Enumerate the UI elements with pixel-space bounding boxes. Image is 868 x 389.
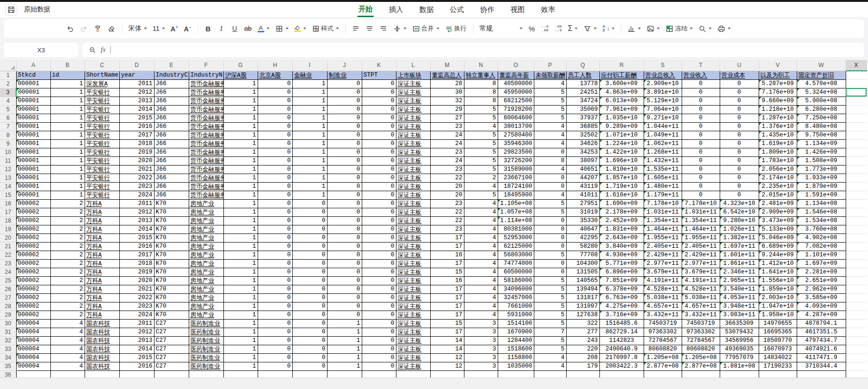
cell[interactable]: 0 [292, 319, 327, 328]
cell[interactable]: C27 [154, 328, 189, 336]
row-header[interactable]: 29 [0, 311, 16, 319]
cell[interactable] [720, 370, 759, 378]
cell[interactable]: 0 [292, 336, 327, 345]
cell[interactable]: K70 [154, 216, 189, 225]
cell[interactable] [189, 370, 223, 378]
cell[interactable]: 000001 [16, 79, 50, 88]
cell[interactable]: 1.134e+08 [797, 199, 846, 208]
cell[interactable]: 国农科技 [85, 319, 119, 328]
cell[interactable]: 深证主板 [396, 105, 430, 114]
save-button[interactable] [5, 4, 17, 16]
cell[interactable]: 0 [327, 311, 362, 319]
cell[interactable]: 4 [464, 122, 498, 131]
cell[interactable]: 0 [720, 182, 759, 191]
vertical-center-button[interactable] [392, 22, 408, 35]
cell[interactable]: 31589000 [498, 165, 534, 174]
column-header-B[interactable]: B [50, 60, 85, 71]
cell[interactable]: 平安银行 [85, 182, 119, 191]
row-header[interactable]: 10 [0, 148, 16, 156]
cell[interactable]: 0 [327, 122, 362, 131]
cell[interactable]: 1 [223, 345, 258, 353]
cell[interactable]: 5 [534, 345, 566, 353]
cell[interactable]: 6.013e+09 [599, 97, 644, 105]
cell[interactable]: 2022 [119, 174, 154, 182]
cell[interactable]: 0 [362, 165, 396, 174]
cell[interactable]: 4 [50, 336, 85, 345]
cell[interactable]: 2011 [119, 199, 154, 208]
cell[interactable]: 4 [464, 182, 498, 191]
fill-color-button[interactable] [293, 22, 308, 35]
cell[interactable]: 0 [327, 139, 362, 148]
cell[interactable]: 深证主板 [396, 114, 430, 122]
row-header[interactable]: 16 [0, 199, 16, 208]
column-header-V[interactable]: V [759, 60, 797, 71]
cell[interactable]: 2014 [119, 345, 154, 353]
cell[interactable]: 1.809e+10 [759, 148, 797, 156]
cell[interactable]: 5.133e+09 [759, 225, 797, 233]
cell[interactable]: 平安银行 [85, 97, 119, 105]
cell[interactable]: 23 [430, 165, 464, 174]
cell[interactable]: 1.224e+10 [599, 139, 644, 148]
cell[interactable]: 2 [50, 225, 85, 233]
cell[interactable]: 77708 [566, 251, 599, 259]
cell[interactable]: 0 [292, 208, 327, 216]
cell[interactable]: 0 [258, 311, 292, 319]
row-header[interactable]: 22 [0, 251, 16, 259]
cell[interactable]: 5 [534, 311, 566, 319]
cell[interactable]: 0 [362, 328, 396, 336]
cell[interactable]: 货币金融服务 [189, 131, 223, 139]
cell[interactable]: 2017 [119, 251, 154, 259]
cell[interactable]: 0 [720, 105, 759, 114]
column-header-H[interactable]: H [258, 60, 292, 71]
cell[interactable]: 0 [258, 328, 292, 336]
cell[interactable]: 2016 [119, 362, 154, 370]
cell[interactable]: 000001 [16, 114, 50, 122]
cell[interactable]: 1.205e+08 [682, 353, 720, 362]
cell[interactable]: 0 [534, 225, 566, 233]
column-header-N[interactable]: N [464, 60, 498, 71]
cell[interactable] [846, 105, 867, 114]
cell[interactable] [846, 156, 867, 165]
cell[interactable]: 1.114e+08 [498, 216, 534, 225]
cell[interactable]: 8 [464, 79, 498, 88]
cell[interactable]: 0 [258, 191, 292, 199]
cell[interactable]: 9.660e+09 [759, 97, 797, 105]
cell[interactable]: 1 [50, 191, 85, 199]
cell[interactable]: 38097 [566, 156, 599, 165]
cell[interactable]: 0 [720, 174, 759, 182]
column-header-S[interactable]: S [644, 60, 682, 71]
cell[interactable]: 1 [223, 182, 258, 191]
cell[interactable]: 0 [327, 165, 362, 174]
cell[interactable]: 17 [430, 233, 464, 242]
cell[interactable]: 0 [327, 225, 362, 233]
cell[interactable]: 0 [534, 174, 566, 182]
selected-cell[interactable] [846, 88, 867, 97]
cell[interactable]: 0 [258, 148, 292, 156]
header-cell[interactable]: STPT [362, 71, 396, 79]
cell[interactable]: 3.083e+11 [720, 311, 759, 319]
cell[interactable]: 8 [464, 88, 498, 97]
cell[interactable]: 0 [534, 148, 566, 156]
cell[interactable]: 1.641e+10 [759, 268, 797, 276]
cell[interactable]: 40647 [566, 225, 599, 233]
cell[interactable]: 53079432 [720, 328, 759, 336]
cell[interactable]: 国农科技 [85, 362, 119, 370]
cell[interactable]: 7.064e+10 [644, 105, 682, 114]
cell[interactable]: 000004 [16, 328, 50, 336]
cell[interactable]: 0 [258, 242, 292, 251]
increase-font-button[interactable]: A+ [169, 22, 180, 35]
cell[interactable]: 2 [50, 233, 85, 242]
wrap-text-button[interactable]: 换行 [444, 22, 468, 35]
cell[interactable]: 深证主板 [396, 191, 430, 199]
cell[interactable]: 1 [223, 199, 258, 208]
cell[interactable]: 2014 [119, 225, 154, 233]
cell[interactable]: 0 [327, 114, 362, 122]
cell[interactable]: J66 [154, 122, 189, 131]
cell[interactable]: 18509770 [759, 336, 797, 345]
cell[interactable]: 0 [362, 216, 396, 225]
cell[interactable]: 16695365 [759, 328, 797, 336]
cell[interactable]: 1.218e+10 [759, 105, 797, 114]
cell[interactable]: 0 [258, 233, 292, 242]
header-cell[interactable]: 北京A股 [258, 71, 292, 79]
cell[interactable]: K70 [154, 276, 189, 285]
